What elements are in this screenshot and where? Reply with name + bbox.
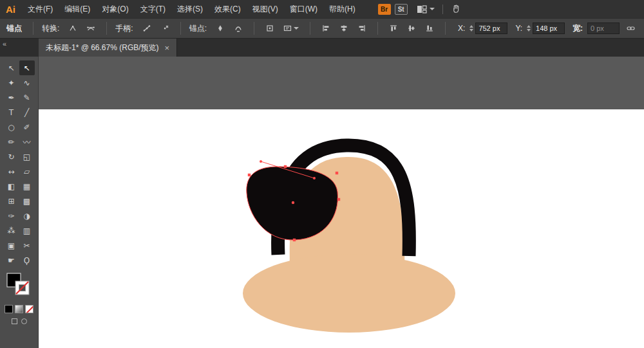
align-center-icon [340, 24, 348, 32]
shoulders-shape[interactable] [243, 254, 455, 333]
mesh-tool[interactable]: ⊞ [4, 194, 19, 208]
convert-to-corner-button[interactable] [66, 21, 80, 35]
ellipse-tool[interactable]: ○ [4, 120, 19, 134]
chevron-down-icon [294, 27, 299, 30]
magic-wand-tool[interactable]: ✦ [4, 75, 19, 90]
curvature-tool[interactable]: ✎ [19, 90, 35, 105]
free-transform-tool[interactable]: ▱ [19, 164, 35, 179]
panel-collapse-button[interactable]: « [0, 39, 39, 57]
divider [180, 22, 181, 35]
show-handles-button[interactable] [140, 21, 154, 35]
tab-close-icon[interactable]: × [165, 43, 170, 53]
draw-normal-button[interactable] [12, 318, 17, 324]
align-left-button[interactable] [319, 21, 333, 35]
document-tab[interactable]: 未标题-1* @ 66.67% (RGB/预览) × [39, 39, 177, 57]
menu-window[interactable]: 窗口(W) [284, 0, 323, 18]
zoom-tool[interactable]: Ϙ [19, 253, 35, 268]
align-bottom-button[interactable] [422, 21, 437, 35]
align-middle-icon [408, 24, 415, 32]
rotate-tool[interactable]: ↻ [4, 149, 19, 164]
x-label: X: [458, 24, 465, 33]
align-top-button[interactable] [386, 21, 401, 35]
illustrator-window: Ai 文件(F) 编辑(E) 对象(O) 文字(T) 选择(S) 效果(C) 视… [0, 0, 644, 348]
link-icon [627, 24, 635, 32]
cut-path-button[interactable] [213, 21, 227, 35]
menu-help[interactable]: 帮助(H) [323, 0, 361, 18]
convert-to-smooth-button[interactable] [84, 21, 98, 35]
workspace-switcher[interactable] [417, 5, 435, 14]
divider [33, 22, 33, 35]
align-to-selection-dropdown[interactable] [281, 21, 301, 35]
canvas[interactable] [39, 57, 644, 348]
stroke-color-swatch[interactable] [15, 281, 29, 295]
eyedropper-tool[interactable]: ✑ [4, 208, 19, 223]
x-input[interactable]: 752 px [475, 23, 507, 34]
scale-tool[interactable]: ◱ [19, 149, 35, 164]
handles-label: 手柄: [115, 23, 133, 34]
constrain-proportions-button[interactable] [623, 21, 638, 35]
stock-button[interactable]: St [395, 4, 408, 15]
menu-view[interactable]: 视图(V) [247, 0, 284, 18]
width-label: 宽: [573, 23, 583, 34]
blend-tool[interactable]: ◑ [19, 208, 35, 223]
align-top-icon [390, 24, 397, 32]
menu-type[interactable]: 文字(T) [135, 0, 171, 18]
convert-label: 转换: [42, 23, 59, 34]
gradient-button[interactable] [15, 305, 23, 313]
bridge-button[interactable]: Br [378, 4, 391, 15]
y-stepper[interactable] [527, 25, 531, 32]
perspective-grid-tool[interactable]: ▦ [19, 179, 35, 194]
lasso-tool[interactable]: ∿ [19, 75, 35, 90]
width-input[interactable]: 0 px [587, 23, 620, 34]
hand-gesture-icon[interactable] [451, 4, 462, 15]
symbol-sprayer-tool[interactable]: ⁂ [4, 223, 19, 238]
menu-select[interactable]: 选择(S) [171, 0, 209, 18]
artboard-tool[interactable]: ▣ [4, 238, 19, 253]
selection-tool[interactable]: ↖ [4, 60, 19, 75]
x-field-group: X: 752 px [458, 23, 507, 34]
remove-anchor-button[interactable] [231, 21, 245, 35]
isolate-selection-button[interactable] [263, 21, 277, 35]
pasteboard [39, 57, 644, 109]
gradient-tool[interactable]: ▩ [19, 194, 35, 208]
x-stepper[interactable] [469, 25, 473, 32]
workspace-layout-icon [417, 5, 427, 14]
align-right-button[interactable] [355, 21, 369, 35]
menu-edit[interactable]: 编辑(E) [59, 0, 96, 18]
direct-selection-tool[interactable]: ↖ [19, 60, 35, 75]
column-graph-tool[interactable]: ▥ [19, 223, 35, 238]
hand-tool[interactable]: ☛ [4, 253, 19, 268]
panel-mode-label: 锚点 [6, 23, 22, 34]
document-tab-title: 未标题-1* @ 66.67% (RGB/预览) [46, 42, 159, 53]
menu-effect[interactable]: 效果(C) [209, 0, 247, 18]
corner-point-icon [69, 24, 77, 32]
divider [106, 22, 107, 35]
shape-builder-tool[interactable]: ◧ [4, 179, 19, 194]
anchors-label: 锚点: [189, 23, 207, 34]
slice-tool[interactable]: ✂ [19, 238, 35, 253]
pen-tool[interactable]: ✒ [4, 90, 19, 105]
menu-file[interactable]: 文件(F) [22, 0, 59, 18]
align-middle-button[interactable] [404, 21, 419, 35]
width-tool[interactable]: ↔ [4, 164, 19, 179]
align-center-button[interactable] [337, 21, 351, 35]
type-tool[interactable]: T [4, 105, 19, 120]
control-panel: 锚点 转换: 手柄: [0, 18, 644, 39]
y-input[interactable]: 148 px [533, 23, 565, 34]
none-button[interactable] [25, 305, 33, 313]
tool-grid: ↖ ↖ ✦ ∿ ✒ ✎ T ╱ ○ ✐ ✏ 〰 ↻ ◱ ↔ ▱ ◧ ▦ ⊞ ▩ [4, 60, 35, 268]
width-field-group: 宽: 0 px [573, 23, 620, 34]
color-button[interactable] [5, 305, 13, 313]
canvas-container [39, 57, 644, 348]
line-segment-tool[interactable]: ╱ [19, 105, 35, 120]
document-tab-bar: « 未标题-1* @ 66.67% (RGB/预览) × [0, 39, 644, 57]
shaper-tool[interactable]: 〰 [19, 134, 35, 149]
align-bottom-icon [426, 24, 433, 32]
paintbrush-tool[interactable]: ✐ [19, 120, 35, 134]
hide-handles-button[interactable] [158, 21, 172, 35]
draw-behind-button[interactable] [21, 318, 27, 324]
remove-anchor-icon [234, 24, 242, 32]
smooth-point-icon [87, 24, 95, 32]
pencil-tool[interactable]: ✏ [4, 134, 19, 149]
menu-object[interactable]: 对象(O) [96, 0, 134, 18]
